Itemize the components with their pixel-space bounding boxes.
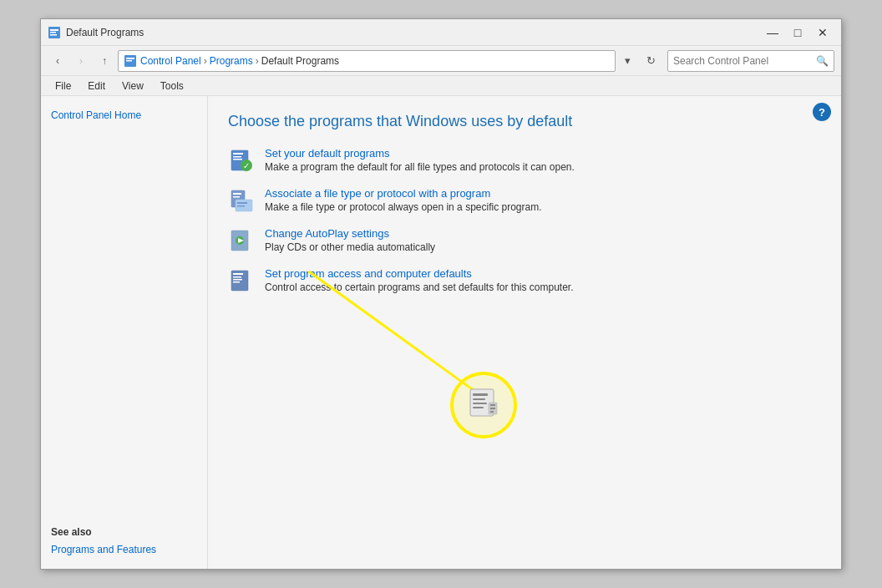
svg-rect-24 <box>233 276 241 278</box>
svg-rect-35 <box>490 408 495 409</box>
maximize-button[interactable]: □ <box>786 23 809 42</box>
svg-rect-10 <box>233 159 242 160</box>
menu-edit[interactable]: Edit <box>80 78 113 94</box>
svg-rect-17 <box>237 202 247 204</box>
address-dropdown-button[interactable]: ▾ <box>619 51 636 71</box>
breadcrumb-default-programs: Default Programs <box>261 55 339 67</box>
menu-file[interactable]: File <box>48 78 79 94</box>
breadcrumb-programs[interactable]: Programs <box>210 55 253 67</box>
autoplay-icon <box>228 227 255 254</box>
menu-bar: File Edit View Tools <box>41 76 841 96</box>
breadcrumb-sep-2: › <box>256 55 259 67</box>
breadcrumb-sep-1: › <box>204 55 207 67</box>
svg-rect-25 <box>233 279 242 281</box>
svg-rect-9 <box>233 156 241 158</box>
svg-rect-31 <box>473 403 487 404</box>
autoplay-info: Change AutoPlay settings Play CDs or oth… <box>265 227 435 253</box>
svg-rect-30 <box>473 398 485 400</box>
see-also-title: See also <box>51 526 197 538</box>
up-button[interactable]: ↑ <box>94 51 114 71</box>
program-access-link[interactable]: Set program access and computer defaults <box>265 267 574 280</box>
window-icon <box>48 26 61 39</box>
svg-rect-15 <box>233 196 240 198</box>
main-window: Default Programs — □ ✕ ‹ › ↑ Control Pan… <box>40 18 842 570</box>
content-area: Control Panel Home See also Programs and… <box>41 96 841 569</box>
autoplay-link[interactable]: Change AutoPlay settings <box>265 227 435 240</box>
svg-rect-33 <box>489 403 497 414</box>
close-button[interactable]: ✕ <box>811 23 834 42</box>
associate-file-desc: Make a file type or protocol always open… <box>265 201 542 213</box>
control-panel-home-link[interactable]: Control Panel Home <box>51 109 197 121</box>
set-default-desc: Make a program the default for all file … <box>265 161 575 173</box>
help-button[interactable]: ? <box>813 103 831 121</box>
window-controls: — □ ✕ <box>761 23 834 42</box>
list-item: Change AutoPlay settings Play CDs or oth… <box>228 227 821 254</box>
svg-rect-34 <box>490 404 495 406</box>
svg-rect-18 <box>237 205 245 207</box>
main-content: ? Choose the programs that Windows uses … <box>208 96 841 569</box>
programs-features-link[interactable]: Programs and Features <box>51 544 156 555</box>
svg-rect-32 <box>473 407 484 408</box>
autoplay-desc: Play CDs or other media automatically <box>265 241 435 253</box>
associate-file-info: Associate a file type or protocol with a… <box>265 187 542 213</box>
program-access-info: Set program access and computer defaults… <box>265 267 574 293</box>
set-default-info: Set your default programs Make a program… <box>265 147 575 173</box>
search-box: 🔍 <box>667 50 834 72</box>
svg-rect-6 <box>126 60 132 62</box>
list-item: Associate a file type or protocol with a… <box>228 187 821 214</box>
page-title: Choose the programs that Windows uses by… <box>228 113 821 130</box>
title-bar: Default Programs — □ ✕ <box>41 19 841 46</box>
see-also-section: See also Programs and Features <box>51 513 197 555</box>
menu-tools[interactable]: Tools <box>153 78 191 94</box>
set-default-icon: ✓ <box>228 147 255 174</box>
svg-rect-36 <box>490 411 494 413</box>
breadcrumb-control-panel[interactable]: Control Panel <box>140 55 201 67</box>
refresh-button[interactable]: ↻ <box>641 51 661 71</box>
list-item: ✓ Set your default programs Make a progr… <box>228 147 821 174</box>
associate-file-link[interactable]: Associate a file type or protocol with a… <box>265 187 542 200</box>
svg-rect-5 <box>126 58 134 59</box>
program-access-desc: Control access to certain programs and s… <box>265 281 574 293</box>
svg-rect-29 <box>473 393 488 396</box>
forward-button[interactable]: › <box>71 51 91 71</box>
cursor-icon <box>469 388 499 423</box>
menu-view[interactable]: View <box>114 78 151 94</box>
svg-rect-3 <box>50 34 57 36</box>
back-button[interactable]: ‹ <box>48 51 68 71</box>
program-access-icon <box>228 267 255 294</box>
minimize-button[interactable]: — <box>761 23 784 42</box>
svg-rect-14 <box>233 193 241 195</box>
navigation-bar: ‹ › ↑ Control Panel › Programs › Default… <box>41 46 841 76</box>
window-title: Default Programs <box>66 27 761 38</box>
list-item: Set program access and computer defaults… <box>228 267 821 294</box>
svg-rect-1 <box>50 29 58 31</box>
search-icon[interactable]: 🔍 <box>816 55 829 67</box>
svg-text:✓: ✓ <box>243 161 250 170</box>
breadcrumb-icon <box>124 54 137 68</box>
search-input[interactable] <box>673 55 816 67</box>
svg-rect-28 <box>470 389 494 416</box>
associate-file-icon <box>228 187 255 214</box>
svg-rect-2 <box>50 32 56 33</box>
svg-rect-23 <box>233 273 243 275</box>
sidebar: Control Panel Home See also Programs and… <box>41 96 208 569</box>
set-default-link[interactable]: Set your default programs <box>265 147 575 160</box>
cursor-highlight <box>450 372 517 438</box>
address-bar: Control Panel › Programs › Default Progr… <box>118 50 616 72</box>
svg-rect-8 <box>233 153 243 155</box>
program-list: ✓ Set your default programs Make a progr… <box>228 147 821 294</box>
svg-rect-26 <box>233 281 240 283</box>
